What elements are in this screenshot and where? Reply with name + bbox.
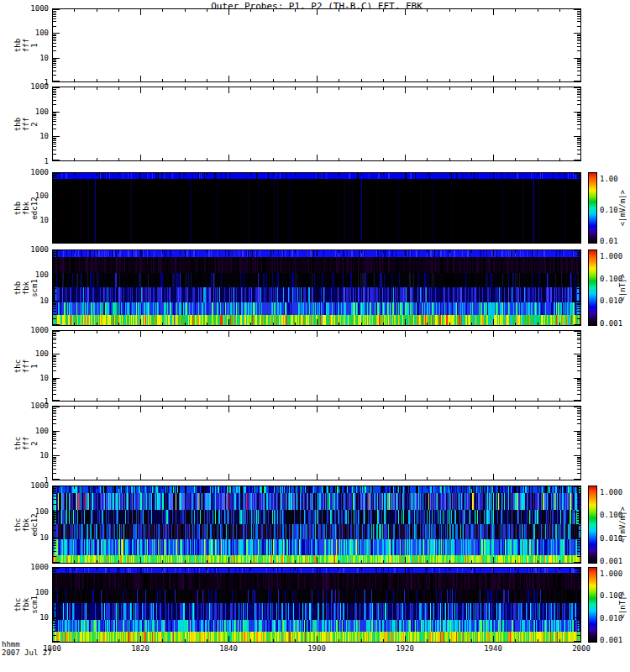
y-tick-label: 1000 [10, 246, 49, 254]
y-axis-label-text: thbfbkscm1 [13, 279, 39, 297]
y-tick-label: 1000 [10, 169, 49, 176]
y-axis-label-thc-fff-1: thcfff1 [10, 330, 42, 402]
y-tick-label: 10 [10, 614, 49, 622]
y-tick-label: 1000 [10, 482, 49, 490]
x-tick-label: 2000 [572, 645, 591, 653]
y-axis-label-thc-fbk-scm1: thcfbkscm1 [10, 567, 42, 643]
y-tick-label: 100 [10, 192, 49, 200]
spectrogram-figure: Outer Probes: P1, P2 (TH-B,C) FFT, FBK t… [0, 0, 630, 672]
spectrogram-canvas-thc-fbk-edc12 [52, 486, 581, 564]
y-tick-label: 100 [10, 108, 49, 116]
x-tick-label: 1800 [43, 645, 61, 653]
colorbar-unit-label-thc-fbk-scm1: <|nT|> [616, 567, 628, 643]
y-axis-label-thc-fff-2: thcfff2 [10, 406, 42, 480]
y-tick-label: 1000 [10, 402, 49, 410]
empty-panel-canvas-thc-fff-2 [52, 406, 581, 480]
colorbar-unit-label-thb-fbk-scm1: <|nT|> [616, 249, 628, 326]
y-tick-label: 100 [10, 350, 49, 358]
y-tick-label: 1000 [10, 564, 49, 571]
y-tick-label: 10 [10, 297, 49, 305]
y-axis-label-thb-fff-1: thbfff1 [10, 8, 42, 82]
spectrogram-canvas-thb-fbk-scm1 [52, 249, 581, 326]
x-tick-label: 1840 [219, 645, 238, 653]
empty-panel-canvas-thc-fff-1 [52, 330, 581, 402]
y-tick-label: 1 [10, 158, 49, 165]
colorbar-unit-label-thb-fbk-edc12: <|mV/m|> [616, 172, 628, 244]
spectrogram-canvas-thc-fbk-scm1 [52, 567, 581, 643]
spectrogram-canvas-thb-fbk-edc12 [52, 172, 581, 244]
colorbar-unit-text: <|mV/m|> [618, 190, 627, 226]
y-tick-label: 100 [10, 271, 49, 279]
colorbar-unit-text: <|nT|> [618, 274, 627, 302]
colorbar-unit-text: <|nT|> [618, 591, 627, 619]
empty-panel-canvas-thb-fff-1 [52, 8, 581, 82]
y-axis-label-text: thcfff2 [13, 436, 39, 449]
colorbar-unit-label-thc-fbk-edc12: <|mV/m|> [616, 486, 628, 564]
colorbar-thb-fbk-scm1 [588, 249, 597, 326]
y-tick-label: 10 [10, 217, 49, 224]
y-axis-label-text: thbfff2 [13, 117, 39, 130]
y-tick-label: 100 [10, 508, 49, 516]
x-tick-label: 1920 [396, 645, 414, 653]
y-axis-label-thb-fff-2: thbfff2 [10, 87, 42, 161]
y-tick-label: 10 [10, 133, 49, 140]
empty-panel-canvas-thb-fff-2 [52, 87, 581, 161]
y-tick-label: 10 [10, 534, 49, 542]
y-tick-label: 1000 [10, 327, 49, 334]
x-axis-unit-label: hhmm [2, 641, 20, 648]
y-axis-label-text: thcfbkscm1 [13, 596, 39, 614]
y-tick-label: 100 [10, 428, 49, 435]
y-tick-label: 10 [10, 452, 49, 459]
y-axis-label-thb-fbk-scm1: thbfbkscm1 [10, 249, 42, 326]
y-tick-label: 100 [10, 29, 49, 37]
y-tick-label: 10 [10, 55, 49, 62]
y-axis-label-thb-fbk-edc12: thbfbkedc12 [10, 172, 42, 244]
colorbar-thc-fbk-edc12 [588, 486, 597, 564]
colorbar-unit-text: <|mV/m|> [618, 507, 627, 543]
y-tick-label: 1000 [10, 83, 49, 91]
x-tick-label: 1820 [131, 645, 150, 653]
y-axis-label-text: thbfff1 [13, 39, 39, 52]
colorbar-thb-fbk-edc12 [588, 172, 597, 244]
y-axis-label-text: thcfbkedc12 [13, 513, 39, 536]
y-tick-label: 10 [10, 375, 49, 382]
x-tick-label: 1940 [484, 645, 502, 653]
y-tick-label: 1000 [10, 5, 49, 13]
y-axis-label-text: thcfff1 [13, 359, 39, 372]
x-tick-label: 1900 [307, 645, 326, 653]
y-tick-label: 100 [10, 589, 49, 596]
colorbar-thc-fbk-scm1 [588, 567, 597, 643]
y-axis-label-thc-fbk-edc12: thcfbkedc12 [10, 486, 42, 564]
